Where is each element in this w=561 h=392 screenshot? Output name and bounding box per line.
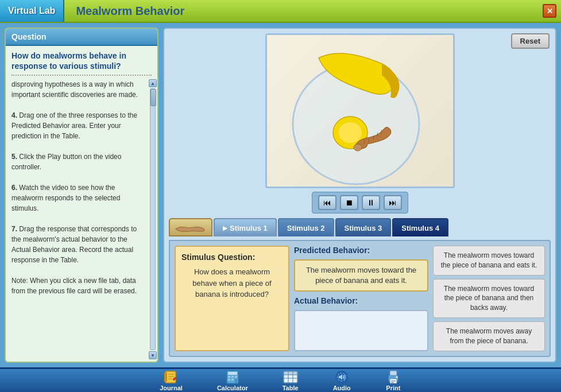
pause-button[interactable]: ⏸ bbox=[362, 195, 380, 210]
forward-button[interactable]: ⏭ bbox=[384, 195, 402, 210]
rewind-button[interactable]: ⏮ bbox=[318, 195, 336, 210]
instruction-note: Note: When you click a new file tab, dat… bbox=[11, 275, 142, 296]
left-panel-header: Question bbox=[6, 29, 157, 46]
instruction-intro: disproving hypotheses is a way in which … bbox=[11, 79, 142, 100]
video-controls: ⏮ ⏹ ⏸ ⏭ bbox=[312, 192, 408, 214]
instruction-5: 5. Click the Play button on the video co… bbox=[11, 152, 142, 172]
scroll-up-btn[interactable]: ▲ bbox=[149, 79, 157, 87]
predicted-behavior-box: The mealworm moves toward the piece of b… bbox=[294, 259, 428, 292]
scroll-thumb[interactable] bbox=[150, 89, 156, 106]
svg-point-2 bbox=[339, 122, 362, 143]
instruction-6: 6. Watch the video to see how the mealwo… bbox=[11, 183, 142, 214]
instructions-body: disproving hypotheses is a way in which … bbox=[6, 77, 148, 362]
reset-button[interactable]: Reset bbox=[511, 33, 550, 49]
svg-rect-16 bbox=[228, 376, 230, 378]
calculator-label: Calculator bbox=[217, 385, 248, 391]
close-button[interactable]: ✕ bbox=[543, 4, 556, 18]
response-option-1[interactable]: The mealworm moves toward the piece of b… bbox=[433, 246, 545, 275]
bottom-toolbar: Journal Calculator bbox=[0, 367, 561, 392]
response-option-2[interactable]: The mealworm moves toward the piece of b… bbox=[433, 279, 545, 318]
stimulus-tab-4-label: Stimulus 4 bbox=[401, 224, 439, 232]
svg-rect-19 bbox=[228, 379, 230, 381]
right-panel: Reset bbox=[163, 28, 556, 363]
svg-rect-18 bbox=[235, 376, 237, 378]
video-area: ⏮ ⏹ ⏸ ⏭ bbox=[169, 33, 551, 214]
header-logo: Virtual Lab bbox=[0, 0, 64, 22]
svg-rect-27 bbox=[284, 371, 297, 375]
audio-label: Audio bbox=[333, 385, 351, 391]
journal-icon bbox=[163, 370, 179, 384]
table-label: Table bbox=[283, 385, 299, 391]
journal-label: Journal bbox=[160, 385, 183, 391]
print-icon bbox=[385, 370, 401, 384]
middle-column: Predicted Behavior: The mealworm moves t… bbox=[294, 246, 428, 351]
stimulus-tab-4[interactable]: Stimulus 4 bbox=[392, 218, 448, 236]
predicted-behavior-label: Predicted Behavior: bbox=[294, 246, 428, 255]
content-grid: Stimulus Question: How does a mealworm b… bbox=[169, 240, 551, 357]
instruction-7: 7. Drag the response that corresponds to… bbox=[11, 224, 142, 265]
print-label: Print bbox=[386, 385, 400, 391]
svg-point-8 bbox=[354, 144, 362, 151]
stimulus-tab-3[interactable]: Stimulus 3 bbox=[335, 218, 392, 236]
actual-behavior-label: Actual Behavior: bbox=[294, 296, 428, 305]
video-frame bbox=[265, 33, 455, 188]
instruction-4: 4. Drag one of the three responses to th… bbox=[11, 110, 142, 141]
dotted-divider bbox=[11, 75, 152, 76]
svg-rect-35 bbox=[391, 382, 394, 383]
svg-rect-17 bbox=[231, 376, 234, 378]
table-icon bbox=[283, 370, 299, 384]
stimulus-question-box: Stimulus Question: How does a mealworm b… bbox=[175, 246, 289, 351]
svg-rect-32 bbox=[390, 371, 397, 375]
svg-rect-34 bbox=[391, 381, 396, 382]
scroll-track bbox=[150, 88, 156, 350]
tab-arrow-1: ▶ bbox=[223, 225, 227, 231]
toolbar-table[interactable]: Table bbox=[283, 370, 299, 391]
stimulus-question-body: How does a mealworm behave when a piece … bbox=[181, 266, 283, 300]
stimulus-question-title: Stimulus Question: bbox=[181, 253, 283, 262]
scroll-down-btn[interactable]: ▼ bbox=[149, 351, 157, 359]
toolbar-audio[interactable]: Audio bbox=[333, 370, 351, 391]
stimulus-tab-2-label: Stimulus 2 bbox=[287, 224, 325, 232]
stimulus-tabs-row: ▶ Stimulus 1 Stimulus 2 Stimulus 3 Stimu… bbox=[169, 218, 551, 236]
calculator-icon bbox=[225, 370, 241, 384]
mealworm-tab bbox=[169, 218, 212, 236]
audio-icon bbox=[334, 370, 350, 384]
toolbar-journal[interactable]: Journal bbox=[160, 370, 183, 391]
question-title: How do mealworms behave in response to v… bbox=[6, 46, 157, 73]
svg-rect-20 bbox=[231, 379, 234, 381]
stimulus-tab-1-label: Stimulus 1 bbox=[230, 224, 268, 232]
scrollbar[interactable]: ▲ ▼ bbox=[148, 77, 157, 362]
header-title: Mealworm Behavior bbox=[64, 5, 184, 18]
stimulus-tab-3-label: Stimulus 3 bbox=[345, 224, 382, 232]
video-content bbox=[267, 35, 453, 187]
svg-rect-21 bbox=[235, 379, 237, 383]
response-options-col: The mealworm moves toward the piece of b… bbox=[433, 246, 545, 351]
svg-point-36 bbox=[396, 376, 397, 378]
stimulus-tab-2[interactable]: Stimulus 2 bbox=[278, 218, 334, 236]
response-option-3[interactable]: The mealworm moves away from the piece o… bbox=[433, 321, 545, 351]
svg-rect-10 bbox=[164, 372, 167, 382]
toolbar-calculator[interactable]: Calculator bbox=[217, 370, 248, 391]
actual-behavior-box[interactable] bbox=[294, 310, 428, 351]
stop-button[interactable]: ⏹ bbox=[340, 195, 358, 210]
stimulus-tab-1[interactable]: ▶ Stimulus 1 bbox=[214, 218, 277, 236]
left-panel: Question How do mealworms behave in resp… bbox=[5, 28, 158, 363]
svg-rect-15 bbox=[228, 372, 237, 375]
mealworm-tab-icon bbox=[173, 222, 208, 233]
header: Virtual Lab Mealworm Behavior ✕ bbox=[0, 0, 561, 23]
toolbar-print[interactable]: Print bbox=[385, 370, 401, 391]
